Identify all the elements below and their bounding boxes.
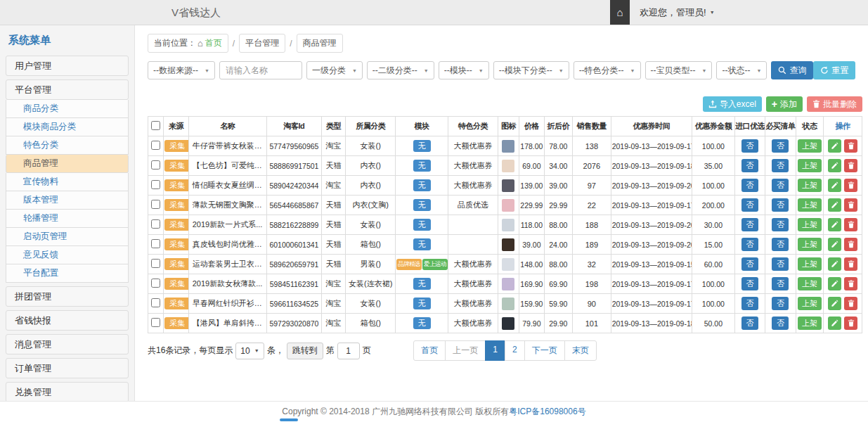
row-checkbox[interactable] bbox=[151, 298, 160, 307]
breadcrumb-item[interactable]: 平台管理 bbox=[239, 34, 285, 53]
sidebar-item[interactable]: 省钱快报 bbox=[6, 310, 129, 331]
filter-select[interactable]: --特色分类--▼ bbox=[574, 61, 641, 79]
edit-button[interactable] bbox=[828, 179, 841, 192]
import-select-toggle[interactable]: 否 bbox=[741, 277, 758, 290]
sidebar-item[interactable]: 兑换管理 bbox=[6, 382, 129, 401]
row-checkbox[interactable] bbox=[151, 318, 160, 327]
sidebar-item[interactable]: 平台配置 bbox=[6, 264, 129, 283]
sidebar-item[interactable]: 模块商品分类 bbox=[6, 118, 129, 136]
filter-select[interactable]: --二级分类--▼ bbox=[367, 61, 434, 79]
status-button[interactable]: 上架 bbox=[798, 238, 822, 251]
edit-button[interactable] bbox=[828, 159, 841, 172]
delete-button[interactable] bbox=[844, 316, 857, 330]
status-button[interactable]: 上架 bbox=[798, 297, 822, 310]
import-select-toggle[interactable]: 否 bbox=[741, 257, 758, 271]
delete-button[interactable] bbox=[844, 277, 857, 290]
sidebar-item[interactable]: 商品管理 bbox=[6, 155, 129, 173]
import-excel-button[interactable]: 导入excel bbox=[703, 96, 762, 112]
edit-button[interactable] bbox=[828, 218, 841, 231]
delete-button[interactable] bbox=[844, 198, 857, 212]
delete-button[interactable] bbox=[844, 179, 857, 192]
breadcrumb-item[interactable]: 商品管理 bbox=[297, 34, 343, 53]
row-checkbox[interactable] bbox=[151, 160, 160, 170]
sidebar-item[interactable]: 拼团管理 bbox=[6, 286, 129, 307]
status-button[interactable]: 上架 bbox=[798, 316, 822, 330]
sidebar-item[interactable]: 特色分类 bbox=[6, 136, 129, 155]
sidebar-item[interactable]: 意见反馈 bbox=[6, 246, 129, 264]
must-buy-toggle[interactable]: 否 bbox=[772, 238, 789, 251]
edit-button[interactable] bbox=[828, 316, 841, 330]
sidebar-item[interactable]: 版本管理 bbox=[6, 191, 129, 210]
home-button[interactable]: ⌂ bbox=[610, 0, 630, 25]
import-select-toggle[interactable]: 否 bbox=[741, 316, 758, 330]
status-button[interactable]: 上架 bbox=[798, 257, 822, 271]
edit-button[interactable] bbox=[828, 139, 841, 153]
query-button[interactable]: 查询 bbox=[771, 61, 813, 79]
delete-button[interactable] bbox=[844, 139, 857, 153]
row-checkbox[interactable] bbox=[151, 180, 160, 189]
must-buy-toggle[interactable]: 否 bbox=[772, 257, 789, 271]
edit-button[interactable] bbox=[828, 257, 841, 271]
page-number-input[interactable] bbox=[337, 343, 360, 359]
page-button[interactable]: 末页 bbox=[564, 340, 597, 361]
delete-button[interactable] bbox=[844, 218, 857, 231]
edit-button[interactable] bbox=[828, 198, 841, 212]
sidebar-item[interactable]: 宣传物料 bbox=[6, 173, 129, 191]
filter-select[interactable]: --数据来源--▼ bbox=[148, 61, 215, 79]
row-checkbox[interactable] bbox=[151, 239, 160, 248]
row-checkbox[interactable] bbox=[151, 219, 160, 229]
import-select-toggle[interactable]: 否 bbox=[741, 297, 758, 310]
batch-delete-button[interactable]: 批量删除 bbox=[807, 96, 862, 112]
select-all-checkbox[interactable] bbox=[151, 121, 160, 130]
user-menu[interactable]: 欢迎您，管理员! ▼ bbox=[640, 6, 715, 19]
sidebar-item[interactable]: 平台管理 bbox=[6, 79, 129, 100]
breadcrumb-home-link[interactable]: 首页 bbox=[205, 37, 222, 49]
page-button[interactable]: 下一页 bbox=[524, 340, 565, 361]
must-buy-toggle[interactable]: 否 bbox=[772, 198, 789, 212]
status-button[interactable]: 上架 bbox=[798, 139, 822, 153]
horizontal-scrollbar-thumb[interactable] bbox=[280, 418, 298, 421]
sidebar-item[interactable]: 订单管理 bbox=[6, 358, 129, 378]
row-checkbox[interactable] bbox=[151, 141, 160, 150]
must-buy-toggle[interactable]: 否 bbox=[772, 159, 789, 172]
delete-button[interactable] bbox=[844, 257, 857, 271]
row-checkbox[interactable] bbox=[151, 279, 160, 288]
page-button[interactable]: 首页 bbox=[413, 340, 446, 361]
jump-button[interactable]: 跳转到 bbox=[287, 343, 323, 359]
must-buy-toggle[interactable]: 否 bbox=[772, 139, 789, 153]
sidebar-item[interactable]: 轮播管理 bbox=[6, 210, 129, 228]
page-button[interactable]: 2 bbox=[505, 340, 525, 361]
filter-select[interactable]: --模块下分类--▼ bbox=[493, 61, 569, 79]
must-buy-toggle[interactable]: 否 bbox=[772, 277, 789, 290]
edit-button[interactable] bbox=[828, 277, 841, 290]
import-select-toggle[interactable]: 否 bbox=[741, 198, 758, 212]
page-button[interactable]: 1 bbox=[485, 340, 505, 361]
must-buy-toggle[interactable]: 否 bbox=[772, 316, 789, 330]
status-button[interactable]: 上架 bbox=[798, 277, 822, 290]
status-button[interactable]: 上架 bbox=[798, 198, 822, 212]
page-size-select[interactable]: 10 ▼ bbox=[235, 343, 264, 359]
add-button[interactable]: + 添加 bbox=[766, 96, 803, 112]
filter-select[interactable]: --状态--▼ bbox=[716, 61, 767, 79]
import-select-toggle[interactable]: 否 bbox=[741, 238, 758, 251]
sidebar-item[interactable]: 商品分类 bbox=[6, 100, 129, 118]
import-select-toggle[interactable]: 否 bbox=[741, 218, 758, 231]
status-button[interactable]: 上架 bbox=[798, 179, 822, 192]
edit-button[interactable] bbox=[828, 297, 841, 310]
icp-link[interactable]: 粤ICP备16098006号 bbox=[509, 406, 585, 418]
import-select-toggle[interactable]: 否 bbox=[741, 179, 758, 192]
import-select-toggle[interactable]: 否 bbox=[741, 159, 758, 172]
must-buy-toggle[interactable]: 否 bbox=[772, 218, 789, 231]
must-buy-toggle[interactable]: 否 bbox=[772, 297, 789, 310]
sidebar-item[interactable]: 消息管理 bbox=[6, 334, 129, 354]
must-buy-toggle[interactable]: 否 bbox=[772, 179, 789, 192]
filter-select[interactable]: --宝贝类型--▼ bbox=[645, 61, 713, 79]
delete-button[interactable] bbox=[844, 238, 857, 251]
name-search-input[interactable] bbox=[219, 61, 302, 79]
edit-button[interactable] bbox=[828, 238, 841, 251]
sidebar-item[interactable]: 启动页管理 bbox=[6, 228, 129, 246]
delete-button[interactable] bbox=[844, 159, 857, 172]
filter-select[interactable]: 一级分类▼ bbox=[306, 61, 363, 79]
reset-button[interactable]: 重置 bbox=[813, 61, 855, 79]
status-button[interactable]: 上架 bbox=[798, 218, 822, 231]
